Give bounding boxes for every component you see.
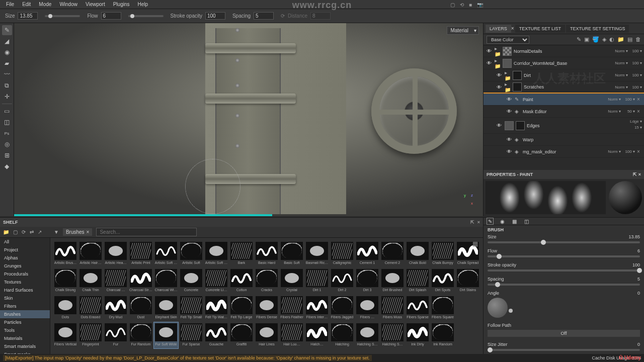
brush-fur-soft-wide[interactable]: Fur Soft Wide: [154, 322, 178, 348]
spacing-input[interactable]: [254, 12, 274, 20]
blend-mode[interactable]: Norm ▾: [612, 49, 628, 53]
brush-fibers-dense[interactable]: Fibers Dense: [255, 295, 279, 321]
shelf-cat-particles[interactable]: Particles: [0, 318, 50, 326]
brush-dust[interactable]: Dust: [129, 295, 153, 321]
layer-opacity[interactable]: 100 ▾: [630, 61, 642, 65]
brush-fibers-square[interactable]: Fibers Square: [431, 295, 455, 321]
brush-artistic-print[interactable]: Artistic Print: [129, 241, 153, 267]
folder-icon[interactable]: ▸📁: [495, 46, 501, 57]
brush-felt-tip-small[interactable]: Felt Tip Small: [179, 295, 203, 321]
menu-file[interactable]: File: [2, 2, 18, 7]
shelf-search-input[interactable]: [96, 228, 197, 236]
brush-felt-tip-wat-[interactable]: Felt Tip Wat…: [204, 295, 228, 321]
layer-edges[interactable]: 👁EdgesLdge ▾15 ▾: [484, 118, 644, 134]
blend-mode[interactable]: Norm ▾: [605, 109, 621, 114]
brush-charcoal-str-[interactable]: Charcoal Str…: [129, 268, 153, 294]
brush-crystal[interactable]: Crystal: [280, 268, 304, 294]
smudge-tool[interactable]: 〰: [2, 69, 12, 79]
flow-input[interactable]: [101, 12, 121, 20]
axis-gizmo[interactable]: yzx: [462, 193, 477, 208]
blend-mode[interactable]: Norm ▾: [612, 73, 628, 77]
shelf-cat-filters[interactable]: Filters: [0, 302, 50, 310]
layer-paint[interactable]: 👁✎PaintNorm ▾100 ▾×: [484, 94, 644, 106]
size-input[interactable]: [18, 12, 38, 20]
brush-hair-lines[interactable]: Hair Lines: [255, 322, 279, 348]
add-group-icon[interactable]: 📁: [617, 36, 624, 43]
close-props-icon[interactable]: ×: [638, 172, 641, 177]
brush-fibers-[interactable]: Fibers …: [355, 295, 379, 321]
menu-help[interactable]: Help: [134, 2, 152, 7]
brush-ink-dirty[interactable]: Ink Dirty: [406, 322, 430, 348]
brush-fur[interactable]: Fur: [104, 322, 128, 348]
shelf-cat-textures[interactable]: Textures: [0, 278, 50, 286]
brush-elephant-skin[interactable]: Elephant Skin: [154, 295, 178, 321]
brush-fur-sparse[interactable]: Fur Sparse: [179, 322, 203, 348]
brush-dirt-spots[interactable]: Dirt Spots: [431, 268, 455, 294]
distance-input[interactable]: [310, 12, 331, 20]
brush-gouache[interactable]: Gouache: [204, 322, 228, 348]
layer-opacity[interactable]: 100 ▾: [623, 149, 635, 154]
brush-tab-alpha-icon[interactable]: ◉: [499, 218, 506, 225]
grid-view-icon[interactable]: ▦: [472, 240, 478, 247]
brush-concrete-li-[interactable]: Concrete Li…: [204, 268, 228, 294]
tab-texture-set-list[interactable]: TEXTURE SET LIST: [515, 25, 565, 33]
layer-opacity[interactable]: 50 ▾: [623, 109, 635, 114]
bp-flow-slider[interactable]: [488, 255, 640, 257]
brush-dirt-3[interactable]: Dirt 3: [355, 268, 379, 294]
close-shelf-icon[interactable]: ×: [477, 220, 480, 225]
blend-mode[interactable]: Norm ▾: [605, 97, 621, 102]
menu-window[interactable]: Window: [55, 2, 82, 7]
layer-normaldetails[interactable]: 👁▸📁NormalDetailsNorm ▾100 ▾: [484, 45, 644, 57]
bp-sjitter-slider[interactable]: [488, 349, 640, 351]
brush-chalk-bumpy[interactable]: Chalk Bumpy: [431, 241, 455, 267]
brush-basic-hard[interactable]: Basic Hard: [255, 241, 279, 267]
fill-tool[interactable]: ▰: [2, 58, 12, 68]
brush-tab-material-icon[interactable]: ◫: [523, 218, 530, 225]
export-icon[interactable]: ↗: [38, 229, 42, 235]
blend-mode[interactable]: Norm ▾: [612, 61, 628, 65]
menu-viewport[interactable]: Viewport: [82, 2, 109, 7]
brush-hair-loo-[interactable]: Hair Loo…: [280, 322, 304, 348]
angle-widget[interactable]: [488, 298, 640, 318]
iray-tool[interactable]: ◎: [2, 139, 12, 149]
shelf-cat-smart-materials[interactable]: Smart materials: [0, 342, 50, 350]
projection-tool[interactable]: ◉: [2, 47, 12, 57]
brush-artistic-brus-[interactable]: Artistic Brus…: [53, 241, 77, 267]
brush-ink-random[interactable]: Ink Random: [431, 322, 455, 348]
brush-cracks[interactable]: Cracks: [255, 268, 279, 294]
remove-icon[interactable]: ×: [637, 109, 642, 114]
channel-dropdown[interactable]: Base Color: [487, 36, 529, 44]
layer-opacity[interactable]: 100 ▾: [630, 49, 642, 53]
undock-shelf-icon[interactable]: ⇱: [470, 220, 474, 225]
bp-opacity-slider[interactable]: [488, 269, 640, 272]
brush-dirt-1[interactable]: Dirt 1: [305, 268, 329, 294]
visibility-icon[interactable]: 👁: [506, 109, 513, 114]
add-adjustment-icon[interactable]: ◐: [609, 36, 614, 43]
menu-mode[interactable]: Mode: [35, 2, 55, 7]
brush-fibers-vertical[interactable]: Fibers Vertical: [53, 322, 77, 348]
shelf-cat-all[interactable]: All: [0, 238, 50, 246]
brush-artistic-soft-[interactable]: Artistic Soft …: [204, 241, 228, 267]
brush-dots-erased[interactable]: Dots Erased: [78, 295, 103, 321]
camera-icon[interactable]: ■: [469, 2, 472, 8]
shelf-tab-brushes[interactable]: Brushes ×: [63, 228, 93, 236]
brush-fingerprint[interactable]: Fingerprint: [78, 322, 103, 348]
brush-charcoal-[interactable]: Charcoal …: [104, 268, 128, 294]
tab-texture-set-settings[interactable]: TEXTURE SET SETTINGS: [566, 25, 629, 33]
brush-bark[interactable]: Bark: [229, 241, 254, 267]
bucket-icon[interactable]: 🪣: [592, 36, 599, 43]
layer-opacity[interactable]: 100 ▾: [630, 85, 642, 89]
folder-icon[interactable]: ▸📁: [505, 81, 511, 93]
brush-hatching[interactable]: Hatching: [330, 322, 354, 348]
brush-fibers-jagged[interactable]: Fibers Jagged: [330, 295, 354, 321]
brush-tab-stencil-icon[interactable]: ▦: [511, 218, 518, 225]
close-tab-icon[interactable]: ×: [87, 229, 90, 235]
eraser-tool[interactable]: ◢: [2, 36, 12, 46]
brush-cotton[interactable]: Cotton: [229, 268, 254, 294]
shelf-cat-materials[interactable]: Materials: [0, 334, 50, 342]
brush-dirt-stains[interactable]: Dirt Stains: [456, 268, 480, 294]
stencil-tool[interactable]: ◫: [2, 117, 12, 127]
layer-opacity[interactable]: 100 ▾: [630, 73, 642, 77]
brush-artistic-hea-[interactable]: Artistic Hea…: [104, 241, 128, 267]
blend-mode[interactable]: Norm ▾: [605, 149, 621, 154]
